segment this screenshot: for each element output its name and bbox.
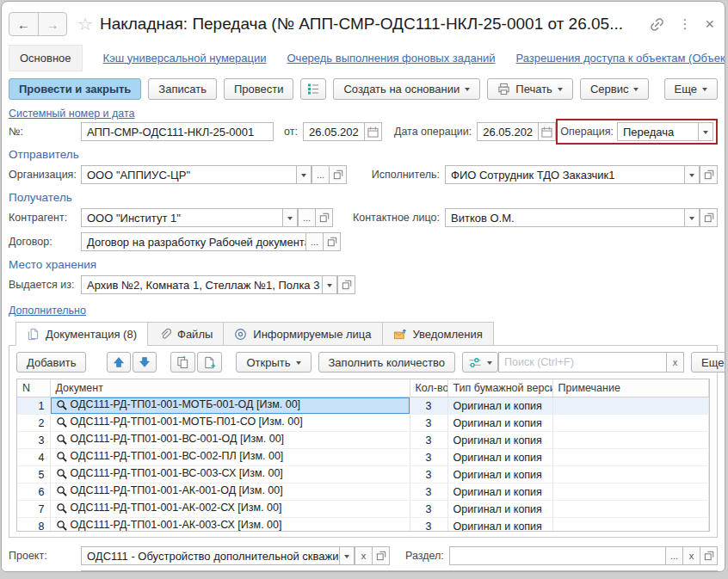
counterparty-choose-button[interactable]: ... xyxy=(298,208,316,227)
document-cell[interactable]: ОДС111-РД-ТП01-001-АК-003-СХ [Изм. 00] xyxy=(50,518,410,533)
table-row[interactable]: 7ОДС111-РД-ТП01-001-АК-002-СХ [Изм. 00]3… xyxy=(17,501,709,518)
note-cell[interactable] xyxy=(552,415,709,432)
organization-value[interactable]: ООО "АППИУС-ЦР" xyxy=(81,165,297,184)
table-row[interactable]: 8ОДС111-РД-ТП01-001-АК-003-СХ [Изм. 00]3… xyxy=(17,518,709,533)
row-number-cell[interactable]: 2 xyxy=(17,415,50,432)
tab-informed-persons[interactable]: Информируемые лица xyxy=(223,322,382,346)
document-cell[interactable]: ОДС111-РД-ТП01-001-МОТБ-001-ОД [Изм. 00] xyxy=(50,397,410,415)
document-cell[interactable]: ОДС111-РД-ТП01-001-АК-001-ОД [Изм. 00] xyxy=(50,484,410,501)
contract-choose-button[interactable]: ... xyxy=(305,232,324,251)
quantity-cell[interactable]: 3 xyxy=(410,432,447,449)
table-row[interactable]: 4ОДС111-РД-ТП01-001-ВС-002-ПЛ [Изм. 00]3… xyxy=(17,449,709,466)
quantity-cell[interactable]: 3 xyxy=(410,501,447,518)
organization-dropdown-button[interactable] xyxy=(296,165,312,184)
nav-link-object-permissions[interactable]: Разрешения доступа к объектам (Объект) xyxy=(516,52,726,65)
organization-choose-button[interactable]: ... xyxy=(312,165,330,184)
close-button[interactable]: × xyxy=(705,15,714,34)
contact-person-open-button[interactable] xyxy=(700,208,718,227)
row-number-cell[interactable]: 8 xyxy=(17,518,50,533)
note-cell[interactable] xyxy=(552,449,709,466)
project-value[interactable]: ОДС111 - Обустройство дополнительной скв… xyxy=(81,546,340,565)
column-header-n[interactable]: N xyxy=(17,379,50,397)
search-input[interactable] xyxy=(498,352,667,373)
table-more-button[interactable]: Еще xyxy=(691,352,725,373)
row-number-cell[interactable]: 1 xyxy=(17,397,50,415)
forward-button[interactable]: → xyxy=(38,13,66,35)
quantity-cell[interactable]: 3 xyxy=(410,415,447,432)
quantity-cell[interactable]: 3 xyxy=(410,449,447,466)
nav-link-background-jobs[interactable]: Очередь выполнения фоновых заданий xyxy=(287,52,496,65)
tab-files[interactable]: Файлы xyxy=(147,322,224,346)
note-cell[interactable] xyxy=(552,501,709,518)
section-input[interactable] xyxy=(449,546,666,565)
row-number-cell[interactable]: 5 xyxy=(17,466,50,484)
paper-type-cell[interactable]: Оригинал и копия xyxy=(447,466,552,484)
executor-open-button[interactable] xyxy=(700,165,718,184)
create-based-on-button[interactable]: Создать на основании xyxy=(333,78,480,100)
service-button[interactable]: Сервис xyxy=(580,78,650,100)
comment-input[interactable] xyxy=(81,570,718,572)
post-and-close-button[interactable]: Провести и закрыть xyxy=(9,78,141,100)
nav-link-numbering-cache[interactable]: Кэш универсальной нумерации xyxy=(103,52,267,65)
date-from-input[interactable] xyxy=(303,122,365,141)
section-clear-button[interactable]: x xyxy=(682,546,700,565)
document-cell[interactable]: ОДС111-РД-ТП01-001-ВС-003-СХ [Изм. 00] xyxy=(50,466,410,484)
move-down-button[interactable] xyxy=(133,352,157,373)
tab-main[interactable]: Основное xyxy=(9,45,83,71)
row-number-cell[interactable]: 3 xyxy=(17,432,50,449)
note-cell[interactable] xyxy=(552,397,709,415)
project-open-button[interactable] xyxy=(372,546,390,565)
contact-person-combobox[interactable]: Витков О.М. xyxy=(445,208,700,227)
project-combobox[interactable]: ОДС111 - Обустройство дополнительной скв… xyxy=(81,546,355,565)
project-dropdown-button[interactable] xyxy=(339,546,355,565)
quantity-cell[interactable]: 3 xyxy=(410,397,447,415)
paper-type-cell[interactable]: Оригинал и копия xyxy=(447,449,552,466)
contract-value[interactable]: Договор на разработку Рабочей документац… xyxy=(81,232,306,251)
row-number-cell[interactable]: 4 xyxy=(17,449,50,466)
copy-button[interactable] xyxy=(170,352,195,373)
system-number-link[interactable]: Системный номер и дата xyxy=(9,108,135,120)
column-header-note[interactable]: Примечание xyxy=(552,379,709,397)
contact-person-value[interactable]: Витков О.М. xyxy=(445,208,685,227)
paper-type-cell[interactable]: Оригинал и копия xyxy=(447,432,552,449)
table-row[interactable]: 2ОДС111-РД-ТП01-001-МОТБ-П01-СО [Изм. 00… xyxy=(17,415,709,432)
issued-from-dropdown-button[interactable] xyxy=(322,275,337,294)
organization-open-button[interactable] xyxy=(329,165,347,184)
fill-quantity-button[interactable]: Заполнить количество xyxy=(318,352,456,373)
row-number-cell[interactable]: 7 xyxy=(17,501,50,518)
print-button[interactable]: Печать xyxy=(487,78,573,100)
paper-type-cell[interactable]: Оригинал и копия xyxy=(447,415,552,432)
clear-search-button[interactable]: x xyxy=(666,352,684,373)
operation-date-input[interactable] xyxy=(477,122,539,141)
document-register-button[interactable] xyxy=(300,78,326,100)
paper-type-cell[interactable]: Оригинал и копия xyxy=(447,397,552,415)
favorites-star-icon[interactable]: ☆ xyxy=(77,14,93,34)
more-menu-button[interactable]: ⋮ xyxy=(678,16,691,32)
executor-value[interactable]: ФИО Сотрудник ТДО Заказчик1 xyxy=(445,165,685,184)
operation-combobox[interactable]: Передача xyxy=(617,122,713,141)
note-cell[interactable] xyxy=(552,466,709,484)
tab-notifications[interactable]: Уведомления xyxy=(382,322,494,346)
link-button[interactable] xyxy=(650,17,664,32)
move-up-button[interactable] xyxy=(107,352,131,373)
contact-person-dropdown-button[interactable] xyxy=(684,208,700,227)
document-number-input[interactable] xyxy=(81,122,274,141)
counterparty-open-button[interactable] xyxy=(315,208,333,227)
operation-dropdown-button[interactable] xyxy=(698,122,713,141)
section-choose-button[interactable]: ... xyxy=(665,546,683,565)
table-row[interactable]: 6ОДС111-РД-ТП01-001-АК-001-ОД [Изм. 00]3… xyxy=(17,484,709,501)
project-clear-button[interactable]: x xyxy=(355,546,373,565)
document-cell[interactable]: ОДС111-РД-ТП01-001-ВС-001-ОД [Изм. 00] xyxy=(50,432,410,449)
document-cell[interactable]: ОДС111-РД-ТП01-001-ВС-002-ПЛ [Изм. 00] xyxy=(50,449,410,466)
post-button[interactable]: Провести xyxy=(224,78,294,100)
write-button[interactable]: Записать xyxy=(148,78,217,100)
paper-type-cell[interactable]: Оригинал и копия xyxy=(447,501,552,518)
quantity-cell[interactable]: 3 xyxy=(410,518,447,533)
section-open-button[interactable] xyxy=(700,546,718,565)
paper-type-cell[interactable]: Оригинал и копия xyxy=(447,518,552,533)
document-cell[interactable]: ОДС111-РД-ТП01-001-АК-002-СХ [Изм. 00] xyxy=(50,501,410,518)
organization-combobox[interactable]: ООО "АППИУС-ЦР" xyxy=(81,165,312,184)
operation-value[interactable]: Передача xyxy=(617,122,699,141)
add-button[interactable]: Добавить xyxy=(16,352,86,373)
issued-from-value[interactable]: Архив №2, Комната 1, Стеллаж №1, Полка 3 xyxy=(81,275,323,294)
